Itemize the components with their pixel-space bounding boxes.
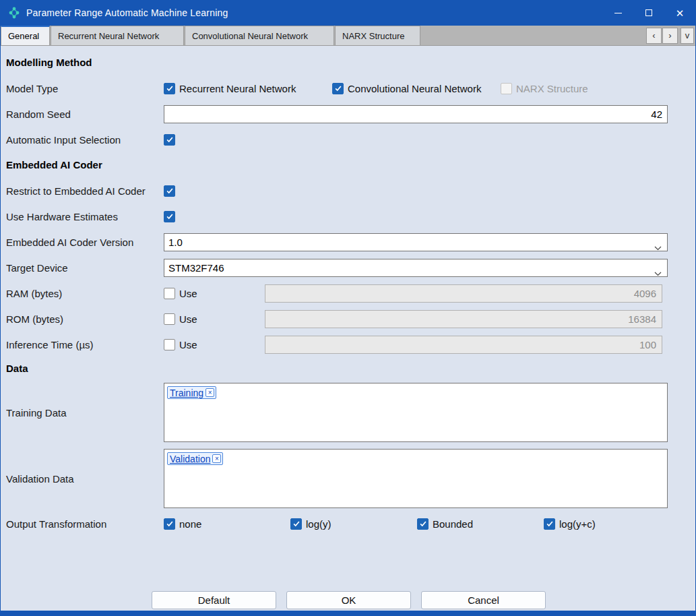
close-icon: ✕ (676, 8, 685, 18)
checkbox-unchecked-icon (501, 83, 512, 94)
footer-button-bar: Default OK Cancel (1, 591, 695, 609)
tab-bar-filler (421, 26, 646, 45)
automatic-input-selection-checkbox[interactable] (164, 134, 175, 146)
checkbox-convolutional-neural-network[interactable]: Convolutional Neural Network (332, 83, 501, 94)
ram-use-checkbox[interactable] (164, 288, 175, 299)
rom-value-input: 16384 (265, 310, 662, 328)
checkbox-checked-icon[interactable] (544, 518, 555, 530)
checkbox-checked-icon[interactable] (164, 518, 175, 530)
restrict-row: Restrict to Embedded AI Coder (1, 178, 695, 204)
hardware-estimates-checkbox[interactable] (164, 211, 175, 222)
inference-time-row: Inference Time (µs) Use 100 (1, 332, 695, 357)
checkbox-label: log(y+c) (559, 518, 596, 530)
tag-close-icon[interactable]: × (212, 454, 221, 463)
tab-scroll-left-button[interactable]: ‹ (646, 28, 662, 44)
maximize-button[interactable] (633, 0, 664, 26)
close-button[interactable]: ✕ (664, 0, 695, 26)
window-title: Parameter Range Automatic Machine Learni… (26, 7, 228, 18)
training-data-tag[interactable]: Training × (167, 386, 216, 399)
rom-use-checkbox-item[interactable]: Use (164, 313, 265, 325)
checkbox-none[interactable]: none (164, 518, 290, 530)
restrict-label: Restrict to Embedded AI Coder (6, 185, 164, 197)
coder-version-select[interactable]: 1.0 (164, 233, 668, 251)
rom-use-label: Use (179, 313, 197, 325)
tab-convolutional-neural-network[interactable]: Convolutional Neural Network (185, 26, 334, 45)
inference-use-label: Use (179, 339, 197, 350)
checkbox-label: Bounded (433, 518, 473, 530)
tab-general[interactable]: General (1, 26, 50, 45)
window-controls: ✕ (602, 0, 695, 26)
output-transformation-label: Output Transformation (6, 518, 164, 530)
tab-recurrent-neural-network[interactable]: Recurrent Neural Network (51, 26, 184, 45)
chevron-left-icon: ‹ (652, 30, 655, 40)
validation-data-field[interactable]: Validation × (164, 449, 668, 508)
tab-label: General (8, 31, 39, 41)
ram-row: RAM (bytes) Use 4096 (1, 280, 695, 306)
rom-use-checkbox[interactable] (164, 313, 175, 325)
rom-row: ROM (bytes) Use 16384 (1, 306, 695, 332)
coder-version-label: Embedded AI Coder Version (6, 237, 164, 248)
random-seed-input[interactable]: 42 (164, 105, 668, 123)
training-data-field[interactable]: Training × (164, 383, 668, 442)
chevron-down-icon: v (685, 30, 690, 40)
maximize-icon (645, 9, 652, 16)
ram-label: RAM (bytes) (6, 288, 164, 299)
checkbox-label: none (179, 518, 201, 530)
checkbox-bounded[interactable]: Bounded (417, 518, 544, 530)
section-heading-embedded-ai-coder: Embedded AI Coder (1, 159, 695, 173)
tab-label: Recurrent Neural Network (58, 31, 159, 41)
checkbox-checked-icon[interactable] (290, 518, 302, 530)
inference-use-checkbox-item[interactable]: Use (164, 339, 265, 350)
cancel-button[interactable]: Cancel (421, 591, 546, 609)
checkbox-log-y[interactable]: log(y) (290, 518, 417, 530)
model-type-label: Model Type (6, 83, 164, 94)
tag-label: Training (170, 388, 203, 398)
title-bar[interactable]: Parameter Range Automatic Machine Learni… (1, 0, 695, 26)
hardware-estimates-row: Use Hardware Estimates (1, 204, 695, 229)
inference-use-checkbox[interactable] (164, 339, 175, 350)
automatic-input-selection-row: Automatic Input Selection (1, 127, 695, 152)
chevron-down-icon (654, 241, 662, 253)
tab-label: Convolutional Neural Network (192, 31, 308, 41)
training-data-row: Training Data Training × (1, 383, 695, 442)
checkbox-label: log(y) (306, 518, 331, 530)
dialog-content: Modelling Method Model Type Recurrent Ne… (1, 46, 695, 611)
checkbox-checked-icon[interactable] (417, 518, 429, 530)
training-data-label: Training Data (6, 407, 164, 419)
checkbox-checked-icon[interactable] (164, 83, 175, 94)
checkbox-log-y-plus-c[interactable]: log(y+c) (544, 518, 670, 530)
checkbox-recurrent-neural-network[interactable]: Recurrent Neural Network (164, 83, 332, 94)
dialog-window: Parameter Range Automatic Machine Learni… (0, 0, 696, 616)
inference-time-label: Inference Time (µs) (6, 339, 164, 350)
target-device-label: Target Device (6, 262, 164, 274)
minimize-button[interactable] (602, 0, 633, 26)
checkbox-label: NARX Structure (516, 83, 588, 94)
chevron-right-icon: › (668, 30, 671, 40)
target-device-select[interactable]: STM32F746 (164, 259, 668, 277)
tab-label: NARX Structure (342, 31, 404, 41)
ram-use-label: Use (179, 288, 197, 299)
tab-scroll-right-button[interactable]: › (662, 28, 678, 44)
ok-button[interactable]: OK (286, 591, 411, 609)
inference-value: 100 (639, 339, 656, 350)
default-button[interactable]: Default (152, 591, 276, 609)
checkbox-checked-icon[interactable] (332, 83, 344, 94)
section-heading-modelling-method: Modelling Method (1, 57, 695, 70)
checkbox-label: Convolutional Neural Network (348, 83, 481, 94)
validation-data-label: Validation Data (6, 473, 164, 485)
checkbox-label: Recurrent Neural Network (179, 83, 296, 94)
ram-use-checkbox-item[interactable]: Use (164, 288, 265, 299)
app-icon (7, 6, 21, 20)
chevron-down-icon (654, 267, 662, 278)
tab-overflow-button[interactable]: v (681, 28, 694, 44)
output-transformation-row: Output Transformation none log(y) Bounde… (1, 511, 695, 536)
coder-version-value: 1.0 (168, 237, 183, 248)
tab-nav: ‹ › v (646, 26, 695, 45)
restrict-checkbox[interactable] (164, 185, 175, 197)
validation-data-row: Validation Data Validation × (1, 449, 695, 508)
coder-version-row: Embedded AI Coder Version 1.0 (1, 229, 695, 255)
tag-close-icon[interactable]: × (205, 388, 214, 397)
tab-narx-structure[interactable]: NARX Structure (335, 26, 420, 45)
random-seed-value: 42 (651, 109, 662, 120)
validation-data-tag[interactable]: Validation × (167, 452, 223, 465)
